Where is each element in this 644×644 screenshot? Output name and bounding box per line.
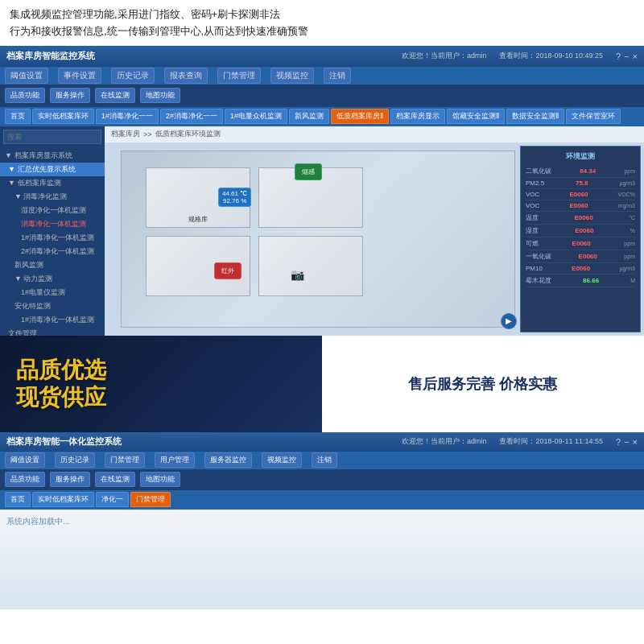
minimize-icon-bottom[interactable]: − [624,437,629,447]
bottom-loading-text: 系统内容加载中... [6,516,69,527]
bottom-nav-realtime[interactable]: 实时低档案库环 [32,492,94,507]
time-label-top: 查看时间：2018-09-10 10:49:25 [499,51,603,61]
tree-item-root[interactable]: ▼ 档案库房显示系统 [0,149,105,163]
promo-section: 品质优选 现货供应 售后服务完善 价格实惠 [0,336,644,432]
bottom-menu-threshold[interactable]: 阈值设置 [5,452,45,468]
toolbar-product[interactable]: 品质功能 [5,88,45,103]
toolbar-map[interactable]: 地图功能 [140,88,180,103]
bottom-menu-logout[interactable]: 注销 [312,452,337,468]
sensor-voc2: VOC E0060 mg/m3 [526,200,635,212]
minimize-icon[interactable]: − [624,52,629,61]
nav-power[interactable]: 1#电量众机监测 [225,109,287,124]
sensor-temp-humidity[interactable]: 44.61 ℃ 92.76 % [218,188,251,207]
camera-icon: 📷 [291,268,304,281]
nav-data[interactable]: 数据安全监测Ⅱ [506,109,564,124]
bottom-nav-purify[interactable]: 净化一 [96,492,129,507]
tree-item-filemanage[interactable]: 文件管理 [0,327,105,336]
nav-display[interactable]: 档案库房显示 [390,109,445,124]
system-top: 档案库房智能监控系统 欢迎您！当前用户：admin 查看时间：2018-09-1… [0,46,644,336]
system-nav-bottom: 首页 实时低档案库环 净化一 门禁管理 [0,490,644,510]
nav-ventilation[interactable]: 新风监测 [289,109,329,124]
sensor-voc1: VOC E0060 VOC% [526,189,635,200]
bottom-toolbar-service[interactable]: 服务操作 [50,472,90,487]
tree-item-disinfect[interactable]: ▼ 消毒净化监测 [0,190,105,204]
system-nav-top: 首页 实时低档案库环 1#消毒净化一一 2#消毒净化一一 1#电量众机监测 新风… [0,107,644,126]
floor-plan-area: 规格库 44.61 ℃ 92.76 % 红外 [105,142,644,336]
menu-history[interactable]: 历史记录 [111,68,155,84]
tree-item-power[interactable]: ▼ 动力监测 [0,272,105,286]
bottom-nav-access[interactable]: 门禁管理 [130,492,171,507]
tree-item-lowarch[interactable]: ▼ 低档案库监测 [0,176,105,190]
navigate-arrow[interactable]: ▶ [501,313,517,329]
menu-video[interactable]: 视频监控 [270,68,314,84]
promo-left: 品质优选 现货供应 [0,336,322,432]
menu-event[interactable]: 事件设置 [58,68,101,84]
tree-expand-icon: ▼ [5,151,12,159]
system-main-content: 档案库房 >> 低质档案库环境监测 规格库 [105,126,644,336]
search-input[interactable] [3,130,101,144]
promo-text-line1: 品质优选 [16,357,306,384]
system-titlebar-top: 档案库房智能监控系统 欢迎您！当前用户：admin 查看时间：2018-09-1… [0,46,644,67]
user-label-top: 欢迎您！当前用户：admin [402,51,487,61]
tree-item-summary[interactable]: ▼ 汇总优先显示系统 [0,163,105,176]
help-icon-bottom[interactable]: ? [616,437,621,447]
sidebar-tree: ▼ 档案库房显示系统 ▼ 汇总优先显示系统 ▼ 低档案库监测 ▼ 消毒净化监测 [0,147,105,336]
nav-collection[interactable]: 馆藏安全监测Ⅱ [447,109,505,124]
system-window-top: 档案库房智能监控系统 欢迎您！当前用户：admin 查看时间：2018-09-1… [0,46,644,336]
sensor-smoke[interactable]: 烟感 [295,163,322,180]
breadcrumb-text: 档案库房 [111,129,140,139]
bottom-menu-access[interactable]: 门禁管理 [105,452,145,468]
bottom-toolbar-monitor[interactable]: 在线监测 [95,472,135,487]
user-label-bottom: 欢迎您！当前用户：admin [402,436,487,447]
system-body-top: ▼ 档案库房显示系统 ▼ 汇总优先显示系统 ▼ 低档案库监测 ▼ 消毒净化监测 [0,126,644,336]
nav-purify1[interactable]: 1#消毒净化一一 [96,109,159,124]
sensor-infrared[interactable]: 红外 [214,262,242,279]
bottom-menu-server[interactable]: 服务器监控 [204,452,252,468]
sensor-combustible: 可燃 E0060 ppm [526,237,635,250]
tree-item-purify2[interactable]: 2#消毒净化一体机监测 [0,245,105,258]
nav-purify2[interactable]: 2#消毒净化一一 [160,109,223,124]
close-icon-bottom[interactable]: × [633,437,638,447]
breadcrumb: 档案库房 >> 低质档案库环境监测 [105,126,644,142]
bottom-toolbar-product[interactable]: 品质功能 [5,472,45,487]
tree-item-purify1[interactable]: 1#消毒净化一体机监测 [0,231,105,245]
tree-item-humid[interactable]: 湿度净化一体机监测 [0,204,105,217]
menu-threshold[interactable]: 阈值设置 [5,68,48,84]
system-menubar-bottom: 阈值设置 历史记录 门禁管理 用户管理 服务器监控 视频监控 注销 [0,452,644,469]
menu-logout[interactable]: 注销 [324,68,351,84]
bottom-menu-history[interactable]: 历史记录 [55,452,95,468]
system-body-bottom: 系统内容加载中... [0,510,644,609]
system-menubar-top: 阈值设置 事件设置 历史记录 报表查询 门禁管理 视频监控 注销 [0,67,644,85]
sensor-humidity: 湿度 E0060 % [526,225,635,237]
sidebar-search-area [0,126,105,147]
help-icon[interactable]: ? [616,52,621,61]
top-banner: 集成视频监控管理功能,采用进门指纹、密码+刷卡探测非法 行为和接收报警信息,统一… [0,0,644,46]
menu-report[interactable]: 报表查询 [164,68,208,84]
tree-item-electric[interactable]: 1#电量仪监测 [0,286,105,299]
tree-expand-icon3: ▼ [8,179,15,187]
system-toolbar-top: 品质功能 服务操作 在线监测 地图功能 [0,85,644,107]
time-label-bottom: 查看时间：2018-09-11 11:14:55 [499,436,603,447]
room-4 [258,236,363,296]
nav-lowarch[interactable]: 低质档案库房Ⅱ [331,109,389,124]
nav-realtime[interactable]: 实时低档案库环 [32,109,94,124]
tree-item-disinfect2[interactable]: 消毒净化一体机监测 [0,217,105,231]
nav-home[interactable]: 首页 [5,109,31,124]
toolbar-monitor[interactable]: 在线监测 [95,88,135,103]
window-controls-bottom: ? − × [616,437,638,447]
tree-item-vent[interactable]: 新风监测 [0,258,105,272]
bottom-toolbar-map[interactable]: 地图功能 [140,472,180,487]
menu-access[interactable]: 门禁管理 [217,68,261,84]
window-controls-top: ? − × [616,52,638,61]
toolbar-service[interactable]: 服务操作 [50,88,90,103]
tree-item-security[interactable]: 安化特监测 [0,299,105,313]
system-titlebar-bottom: 档案库房智能一体化监控系统 欢迎您！当前用户：admin 查看时间：2018-0… [0,432,644,452]
bottom-nav-home[interactable]: 首页 [5,492,31,507]
close-icon[interactable]: × [633,52,638,61]
nav-file[interactable]: 文件保管室环 [566,109,621,124]
tree-item-purify3[interactable]: 1#消毒净化一体机监测 [0,313,105,327]
banner-line1: 集成视频监控管理功能,采用进门指纹、密码+刷卡探测非法 [10,6,634,23]
sensor-mold: 霉木花度 86.66 M [526,275,635,287]
bottom-menu-user[interactable]: 用户管理 [155,452,195,468]
bottom-menu-video[interactable]: 视频监控 [262,452,302,468]
